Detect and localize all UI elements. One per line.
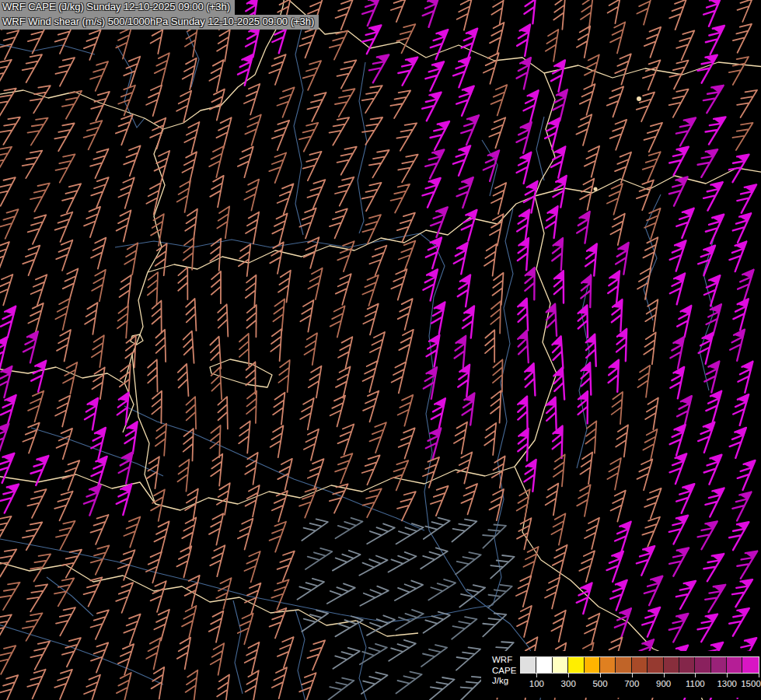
legend-tick bbox=[568, 674, 569, 677]
wind-barb bbox=[117, 548, 134, 581]
wind-barb bbox=[729, 575, 752, 609]
wind-barb bbox=[700, 81, 724, 115]
wind-barb bbox=[208, 454, 227, 487]
wind-barb bbox=[390, 574, 423, 606]
wind-barb bbox=[213, 397, 236, 431]
wind-barb bbox=[155, 53, 169, 84]
wind-barb bbox=[420, 89, 442, 122]
wind-barb bbox=[397, 394, 413, 425]
legend-tick bbox=[727, 674, 728, 677]
wind-barb bbox=[209, 60, 225, 92]
wind-barb bbox=[55, 299, 71, 330]
wind-barb bbox=[550, 454, 570, 487]
wind-barb bbox=[362, 609, 395, 641]
wind-barb bbox=[332, 85, 354, 119]
wind-barb bbox=[637, 0, 652, 25]
wind-barb bbox=[114, 114, 132, 146]
wind-barb bbox=[668, 452, 686, 485]
wind-barb bbox=[581, 334, 603, 369]
wind-barb bbox=[183, 209, 201, 242]
wind-barb bbox=[82, 484, 100, 516]
wind-barb bbox=[703, 275, 720, 306]
legend-tick-label: 1500 bbox=[741, 679, 761, 688]
wind-barb bbox=[424, 335, 442, 367]
wind-barb bbox=[643, 429, 658, 461]
wind-barb bbox=[60, 635, 81, 668]
wind-barb bbox=[151, 330, 173, 364]
wind-barb bbox=[0, 240, 9, 273]
legend-tick bbox=[632, 674, 633, 677]
legend-tick bbox=[695, 674, 696, 677]
wind-barb bbox=[363, 390, 379, 422]
wind-barb bbox=[426, 428, 442, 459]
wind-barb bbox=[335, 274, 351, 306]
wind-barb bbox=[206, 367, 229, 401]
wind-barb bbox=[148, 391, 169, 425]
wind-barb bbox=[82, 117, 103, 151]
wind-barb bbox=[368, 243, 387, 276]
wind-barb bbox=[333, 174, 354, 208]
wind-barb bbox=[330, 306, 345, 337]
wind-barb bbox=[267, 329, 288, 362]
wind-barb bbox=[0, 422, 9, 454]
wind-barb bbox=[305, 177, 325, 210]
wind-barb bbox=[0, 513, 12, 547]
wind-barb bbox=[323, 577, 355, 609]
wind-barb bbox=[0, 274, 12, 306]
wind-barb bbox=[26, 667, 46, 700]
wind-barb bbox=[121, 335, 141, 369]
wind-barb bbox=[461, 209, 476, 241]
legend-tick bbox=[664, 674, 665, 677]
wind-barb bbox=[637, 459, 652, 491]
wind-barb bbox=[244, 212, 261, 244]
wind-barb bbox=[245, 114, 261, 145]
wind-barb bbox=[608, 299, 628, 333]
wind-barb bbox=[573, 391, 595, 425]
wind-barb bbox=[182, 152, 197, 183]
wind-barb bbox=[575, 212, 593, 244]
wind-barb bbox=[118, 177, 134, 209]
wind-barb bbox=[154, 609, 169, 640]
wind-barb bbox=[487, 390, 508, 424]
wind-barb bbox=[184, 122, 199, 153]
wind-barb bbox=[726, 150, 749, 184]
wind-barb bbox=[575, 26, 592, 58]
wind-barb bbox=[178, 331, 201, 366]
wind-barb bbox=[145, 551, 161, 583]
wind-barb bbox=[31, 361, 46, 392]
wind-barb bbox=[91, 456, 107, 488]
wind-barb bbox=[366, 51, 389, 85]
wind-barb bbox=[669, 240, 686, 271]
wind-barb bbox=[237, 613, 253, 645]
wind-barb bbox=[355, 579, 388, 611]
wind-barb bbox=[666, 610, 688, 643]
wind-barb bbox=[62, 362, 78, 394]
wind-barb bbox=[28, 638, 50, 671]
wind-barb bbox=[451, 336, 470, 369]
wind-barb bbox=[609, 118, 627, 151]
wind-barb bbox=[695, 517, 717, 551]
wind-barb bbox=[238, 54, 253, 86]
wind-barb bbox=[368, 421, 386, 453]
wind-barb bbox=[61, 459, 80, 492]
wind-barb bbox=[183, 489, 201, 522]
wind-barb bbox=[634, 89, 655, 123]
wind-barb bbox=[123, 243, 140, 275]
wind-barb bbox=[336, 367, 351, 398]
wind-barb bbox=[241, 362, 263, 395]
wind-barb bbox=[328, 641, 360, 674]
wind-barb bbox=[695, 145, 718, 180]
wind-barb bbox=[206, 425, 227, 459]
legend-title-line-2: CAPE bbox=[492, 666, 516, 677]
wind-barb bbox=[695, 51, 717, 86]
wind-barb bbox=[389, 459, 408, 492]
wind-barb bbox=[19, 609, 43, 643]
wind-barb bbox=[423, 146, 444, 180]
wind-barb bbox=[27, 550, 51, 584]
wind-barb bbox=[610, 490, 625, 521]
wind-barb bbox=[89, 513, 108, 546]
legend-swatch bbox=[727, 657, 742, 673]
wind-barb bbox=[553, 89, 567, 121]
wind-barb bbox=[675, 206, 693, 239]
wind-barb bbox=[89, 176, 108, 208]
